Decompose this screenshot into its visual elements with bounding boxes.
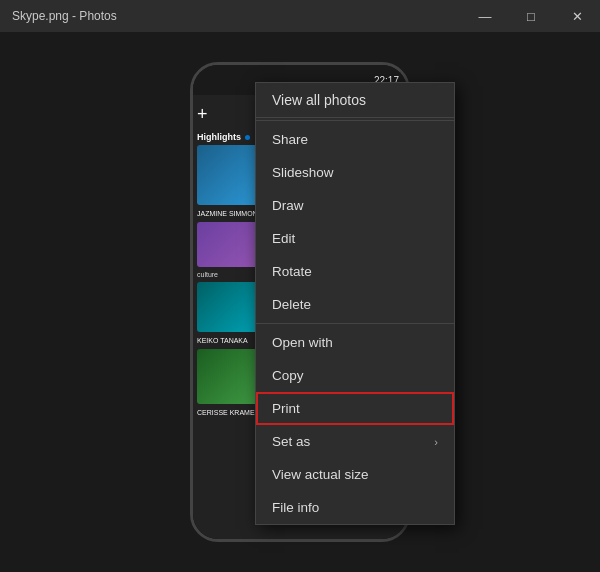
menu-item-view-all-photos[interactable]: View all photos <box>256 83 454 118</box>
menu-item-print[interactable]: Print <box>256 392 454 425</box>
highlights-dot <box>245 135 250 140</box>
maximize-button[interactable]: □ <box>508 0 554 32</box>
menu-item-edit[interactable]: Edit <box>256 222 454 255</box>
menu-item-view-actual-size[interactable]: View actual size <box>256 458 454 491</box>
menu-separator <box>256 120 454 121</box>
minimize-button[interactable]: — <box>462 0 508 32</box>
menu-item-set-as[interactable]: Set as› <box>256 425 454 458</box>
menu-item-draw[interactable]: Draw <box>256 189 454 222</box>
menu-item-file-info[interactable]: File info <box>256 491 454 524</box>
menu-item-rotate[interactable]: Rotate <box>256 255 454 288</box>
close-button[interactable]: ✕ <box>554 0 600 32</box>
submenu-arrow-icon: › <box>434 436 438 448</box>
main-content: 22:17 + Highlights JAZMI <box>0 32 600 572</box>
window-title: Skype.png - Photos <box>12 9 117 23</box>
menu-item-share[interactable]: Share <box>256 123 454 156</box>
menu-item-copy[interactable]: Copy <box>256 359 454 392</box>
phone-plus-icon: + <box>197 104 208 125</box>
highlights-label: Highlights <box>197 132 241 142</box>
menu-item-slideshow[interactable]: Slideshow <box>256 156 454 189</box>
context-menu: View all photosShareSlideshowDrawEditRot… <box>255 82 455 525</box>
menu-separator <box>256 323 454 324</box>
title-bar: Skype.png - Photos — □ ✕ <box>0 0 600 32</box>
window-controls: — □ ✕ <box>462 0 600 32</box>
menu-item-delete[interactable]: Delete <box>256 288 454 321</box>
menu-item-open-with[interactable]: Open with <box>256 326 454 359</box>
